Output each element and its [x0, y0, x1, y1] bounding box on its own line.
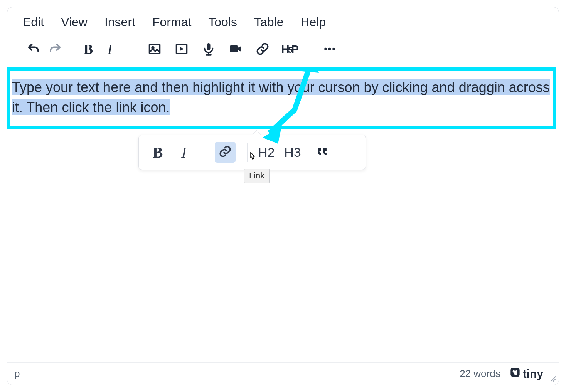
- svg-line-14: [551, 377, 556, 381]
- link-button[interactable]: [252, 39, 273, 60]
- bold-button[interactable]: B: [77, 39, 99, 60]
- menu-help[interactable]: Help: [301, 15, 326, 29]
- svg-rect-6: [230, 45, 238, 52]
- quick-h3-button[interactable]: H3: [282, 142, 303, 163]
- resize-handle-icon[interactable]: [549, 375, 556, 384]
- undo-icon: [27, 42, 40, 57]
- menu-table[interactable]: Table: [254, 15, 284, 29]
- quick-sep: [247, 143, 248, 162]
- h2-icon: H2: [258, 145, 275, 160]
- h3-icon: H3: [284, 145, 301, 160]
- more-button[interactable]: [319, 39, 340, 60]
- italic-icon: I: [108, 41, 112, 57]
- menu-edit[interactable]: Edit: [23, 15, 44, 29]
- word-count[interactable]: 22 words: [460, 368, 500, 380]
- content-area[interactable]: Type your text here and then highlight i…: [7, 67, 559, 362]
- status-bar: p 22 words tiny: [7, 362, 559, 385]
- svg-line-15: [553, 379, 556, 381]
- quick-toolbar-notch: [253, 130, 261, 139]
- link-icon: [219, 145, 232, 160]
- bold-icon: B: [153, 143, 163, 162]
- quick-italic-button[interactable]: I: [174, 142, 194, 163]
- editor-body[interactable]: Type your text here and then highlight i…: [7, 67, 559, 121]
- quick-blockquote-button[interactable]: [312, 142, 333, 163]
- link-tooltip: Link: [244, 169, 270, 183]
- svg-point-8: [328, 47, 331, 50]
- element-path[interactable]: p: [14, 368, 20, 380]
- menu-view[interactable]: View: [61, 15, 88, 29]
- image-button[interactable]: [144, 39, 165, 60]
- italic-icon: I: [181, 143, 186, 162]
- media-button[interactable]: [171, 39, 192, 60]
- h5p-icon: H5P: [281, 43, 298, 56]
- svg-point-7: [324, 47, 327, 50]
- image-icon: [148, 42, 162, 57]
- play-box-icon: [175, 42, 189, 57]
- svg-point-9: [332, 47, 335, 50]
- undo-button[interactable]: [23, 39, 44, 60]
- redo-button[interactable]: [44, 39, 66, 60]
- audio-button[interactable]: [198, 39, 219, 60]
- quick-toolbar: B I H2 H3: [138, 135, 366, 170]
- bold-icon: B: [84, 41, 93, 57]
- svg-rect-3: [207, 43, 211, 50]
- quick-h2-button[interactable]: H2: [256, 142, 277, 163]
- ellipsis-icon: [323, 42, 337, 57]
- microphone-icon: [202, 42, 216, 57]
- toolbar: B I: [7, 35, 559, 67]
- menu-tools[interactable]: Tools: [208, 15, 237, 29]
- editor-frame: Edit View Insert Format Tools Table Help…: [7, 7, 559, 385]
- svg-rect-0: [150, 44, 160, 54]
- redo-icon: [48, 42, 62, 57]
- link-icon: [256, 42, 270, 57]
- menu-format[interactable]: Format: [152, 15, 191, 29]
- video-button[interactable]: [225, 39, 246, 60]
- tiny-logo-icon: [510, 367, 521, 380]
- video-camera-icon: [229, 42, 243, 57]
- h5p-button[interactable]: H5P: [279, 39, 300, 60]
- tiny-brand[interactable]: tiny: [510, 367, 543, 380]
- tiny-brand-label: tiny: [523, 367, 543, 380]
- menubar: Edit View Insert Format Tools Table Help: [7, 7, 559, 35]
- quick-bold-button[interactable]: B: [147, 142, 168, 163]
- menu-insert[interactable]: Insert: [104, 15, 135, 29]
- quick-sep: [206, 143, 206, 162]
- italic-button[interactable]: I: [99, 39, 121, 60]
- selected-text[interactable]: Type your text here and then highlight i…: [12, 79, 550, 115]
- quick-link-button[interactable]: [215, 142, 236, 163]
- quote-icon: [316, 145, 329, 160]
